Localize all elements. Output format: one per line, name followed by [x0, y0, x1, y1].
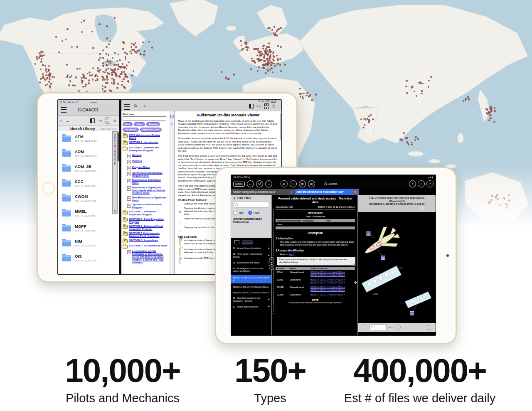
tab-amp[interactable]: Aircraft Maintenance Publication AMP ✕: [295, 189, 359, 195]
sort-icon[interactable]: [98, 118, 102, 123]
figure-image[interactable]: A B: [358, 221, 436, 323]
document-icon[interactable]: ▤: [299, 180, 306, 187]
star-icon[interactable]: ☆: [271, 103, 276, 109]
next-page-icon[interactable]: →: [395, 325, 401, 330]
help-icon[interactable]: ?: [426, 180, 433, 187]
fullscreen-icon[interactable]: ⌜⌝⌞⌟: [427, 325, 432, 330]
sidebar-toggle-icon[interactable]: [90, 118, 95, 123]
toc-tree-item[interactable]: 52 - Doors access panels+: [233, 305, 271, 308]
scrollbar-thumb[interactable]: [118, 132, 119, 161]
expand-icon[interactable]: +: [267, 246, 271, 250]
toc-item[interactable]: SECTION H. REVISION HISTORY: [123, 244, 168, 249]
history-icon[interactable]: ↻: [170, 123, 173, 126]
datamodule-link[interactable]: BD500-A-J25-21-11-01AAA-720A-A: [310, 274, 354, 277]
back-icon[interactable]: ←: [66, 118, 70, 123]
tab-awdp[interactable]: Aircraft wiring data publication AWDP ✕: [231, 189, 295, 195]
toc-tree-item[interactable]: 43 - Fuselage structure access panels an…: [233, 267, 271, 273]
menu-icon[interactable]: [124, 104, 130, 110]
star-icon[interactable]: ☆: [113, 118, 117, 123]
toc-item[interactable]: General: [127, 154, 168, 158]
zoom-in-icon[interactable]: +: [269, 257, 274, 263]
toc-item[interactable]: SECTION D. Zonal Inspection Program: [123, 218, 168, 224]
radio-dmc-circle[interactable]: ✓: [248, 211, 252, 215]
home-icon[interactable]: ⌂: [60, 118, 63, 123]
find-button-clear[interactable]: Clear: [134, 122, 145, 126]
back-icon[interactable]: ←: [247, 180, 254, 187]
toc-tree-item[interactable]: BD500-A-J06-43-12-03AAA-030A-A: [233, 291, 271, 294]
expand-icon[interactable]: +: [267, 253, 271, 257]
folder-row[interactable]: AFMSep. 14, 2020 07:13: [58, 131, 119, 146]
radio-title-circle[interactable]: [233, 211, 237, 215]
side-tab-integrated-cabin[interactable]: Integrated Cabin Management Sys ✕: [112, 131, 118, 214]
toc-filter-header[interactable]: ∧ TOC Filter: [233, 197, 269, 200]
print-icon[interactable]: ⊞: [308, 180, 315, 187]
applicability-icon[interactable]: ⊘: [281, 180, 288, 187]
toc-item[interactable]: SECTION G. Appendices: [123, 239, 168, 243]
toc-item[interactable]: SECTION F. High Intensity Radiated Field…: [123, 232, 168, 238]
sidebar-toggle-icon[interactable]: [249, 104, 254, 108]
datamodule-link[interactable]: BD500-A-J25-21-11-01AAA-520A-A: [310, 271, 354, 274]
toc-item[interactable]: Systems and Powerplant Program: [127, 203, 168, 209]
datamodule-link[interactable]: BD500-A-J25-21-11-02AAA-520A-A: [310, 286, 354, 289]
folder-row[interactable]: AOMSep. 14, 2020 07:42: [58, 146, 119, 161]
search-box[interactable]: Search...: [324, 182, 340, 185]
upload-icon[interactable]: ↑: [409, 180, 416, 187]
folder-row[interactable]: AOM_2BSep. 14, 2020 08:17: [58, 161, 119, 176]
toc-item[interactable]: Maintenance Significant Items: [127, 179, 168, 185]
mode-button[interactable]: All Words: [123, 128, 139, 132]
toc-tree-item-selected[interactable]: BD500-A-J06-43-12-01AAA-030A-A: [231, 275, 271, 283]
toc-tree-item[interactable]: 06 - Dimensions and areas+: [233, 261, 271, 265]
toc-item[interactable]: Purpose: [127, 160, 168, 164]
datamodule-link[interactable]: BD500-A-J25-21-14-01AAA-520A-A: [310, 278, 354, 281]
folder-row[interactable]: MMELSep. 14, 2020 08:17: [58, 206, 119, 221]
toc-item[interactable]: Program Rules: [127, 166, 168, 170]
sync-icon[interactable]: ◌: [418, 180, 425, 187]
expand-icon[interactable]: +: [267, 298, 271, 301]
help-globe-icon[interactable]: [170, 115, 174, 118]
expand-icon[interactable]: +: [267, 305, 271, 308]
toc-item[interactable]: G650 Maintenance Review Board: [123, 134, 168, 140]
grid-view-icon[interactable]: [106, 118, 110, 123]
home-icon[interactable]: ⌂: [134, 102, 137, 108]
find-input[interactable]: [123, 116, 166, 121]
folder-row[interactable]: CCCSep. 14, 2020 08:17: [58, 176, 119, 191]
find-button-restore[interactable]: Restore: [146, 122, 160, 126]
toc-item[interactable]: SECTION E. Enhanced Zonal Inspection Pro…: [123, 225, 168, 231]
radio-dmc[interactable]: ✓DMC: [248, 211, 260, 215]
folder-row[interactable]: NIMSep. 14, 2020 07:57: [58, 236, 119, 251]
clock-icon[interactable]: ◷: [290, 180, 297, 187]
prev-page-icon[interactable]: ←: [362, 325, 367, 330]
back-icon[interactable]: ←: [143, 102, 148, 108]
scrollbar-thumb[interactable]: [280, 113, 281, 140]
toc-tree-item[interactable]: BD500-A-J06-43-12-02AAA-030A-A: [233, 286, 271, 289]
toc-item[interactable]: Certification Maintenance Requirements: [127, 172, 168, 177]
close-icon[interactable]: ✕: [289, 190, 293, 194]
toc-tree-item[interactable]: 51 - Standard practices and structures -…: [233, 297, 271, 303]
close-icon[interactable]: ✕: [114, 209, 116, 212]
find-button-find[interactable]: Find: [123, 122, 133, 126]
toc-tree-item[interactable]: 04 - Airworthiness limitations+: [233, 246, 271, 250]
toc-search-input[interactable]: [233, 202, 269, 208]
page-input[interactable]: 1: [369, 325, 387, 330]
toc-tree-item[interactable]: 05 - Time limits / maintenance checks+: [233, 253, 271, 258]
toc-item[interactable]: SECTION A. Introduction: [123, 141, 168, 145]
sort-icon[interactable]: [257, 104, 261, 108]
folder-row[interactable]: OISSep. 14, 2020 07:58: [58, 251, 119, 266]
datamodule-link[interactable]: BD500-A-J25-21-14-02AAA-520A-A: [310, 293, 354, 296]
scroll-link-icon[interactable]: §: [269, 264, 274, 270]
folder-row[interactable]: CWOMNov. 12, 2020 09:26: [58, 191, 119, 206]
close-icon[interactable]: ✕: [353, 190, 357, 194]
toc-item[interactable]: Maintenance Significant Items Applicable…: [127, 186, 168, 195]
figure-link[interactable]: Fig. 1: [288, 253, 294, 256]
toc-item[interactable]: SECTION B. Systems and Powerplant Progra…: [123, 146, 168, 152]
toc-item[interactable]: SECTION C. Structural Inspection Program: [123, 210, 168, 216]
tree-active-tab[interactable]: [242, 240, 253, 244]
toc-item[interactable]: Listed below are the highlights of all r…: [127, 250, 168, 264]
forward-icon[interactable]: →: [265, 180, 272, 187]
history-icon[interactable]: ↺: [256, 180, 263, 187]
grid-view-icon[interactable]: [264, 103, 268, 109]
tree-view-toggle-icon[interactable]: [234, 240, 239, 244]
radio-title[interactable]: Title: [233, 211, 244, 215]
mode-button[interactable]: With Any Case: [140, 128, 162, 132]
datamodule-link[interactable]: BD500-A-J25-21-11-02AAA-720A-A: [310, 289, 354, 292]
